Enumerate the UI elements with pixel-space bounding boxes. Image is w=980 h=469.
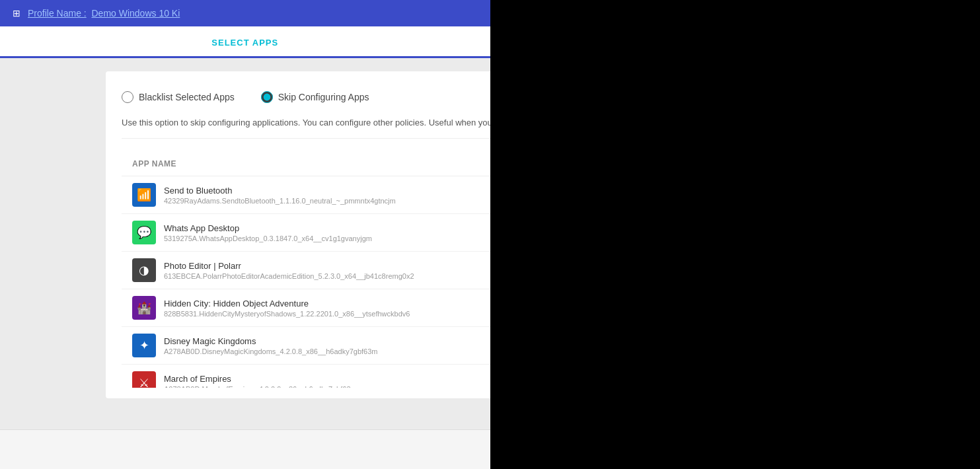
windows-icon: ⊞	[11, 7, 22, 19]
skip-label: Skip Configuring Apps	[278, 92, 369, 102]
profile-name-label: Profile Name :	[28, 8, 87, 18]
skip-option[interactable]: Skip Configuring Apps	[261, 91, 369, 103]
app-icon: 💬	[132, 221, 156, 244]
blacklist-radio[interactable]	[122, 91, 133, 103]
app-icon: 📶	[132, 183, 156, 207]
black-panel	[490, 0, 981, 469]
profile-name-value: Demo Windows 10 Ki	[91, 8, 180, 18]
blacklist-option[interactable]: Blacklist Selected Apps	[122, 91, 235, 103]
app-icon: ◑	[132, 258, 156, 282]
skip-radio[interactable]	[261, 91, 273, 103]
header-left: ⊞ Profile Name : Demo Windows 10 Ki	[11, 7, 180, 19]
tab-select-apps[interactable]: SELECT APPS	[0, 26, 490, 58]
app-icon: ✦	[132, 334, 156, 357]
app-icon: 🏰	[132, 296, 156, 320]
header-title: Profile Name : Demo Windows 10 Ki	[28, 8, 180, 18]
app-icon: ⚔	[132, 371, 156, 388]
blacklist-label: Blacklist Selected Apps	[139, 92, 235, 102]
